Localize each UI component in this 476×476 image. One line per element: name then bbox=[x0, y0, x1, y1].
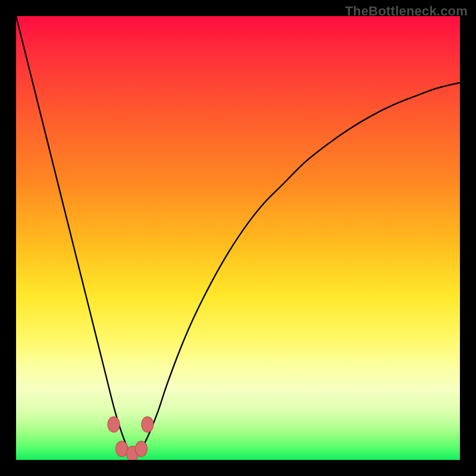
curve-marker bbox=[135, 441, 147, 456]
curve-marker bbox=[116, 441, 128, 456]
curve-marker bbox=[108, 416, 120, 432]
bottleneck-curve bbox=[16, 16, 460, 456]
curve-layer bbox=[16, 16, 460, 460]
watermark-text: TheBottleneck.com bbox=[345, 4, 468, 19]
plot-area bbox=[16, 16, 460, 460]
chart-frame: TheBottleneck.com bbox=[0, 0, 476, 476]
curve-marker bbox=[142, 416, 154, 432]
